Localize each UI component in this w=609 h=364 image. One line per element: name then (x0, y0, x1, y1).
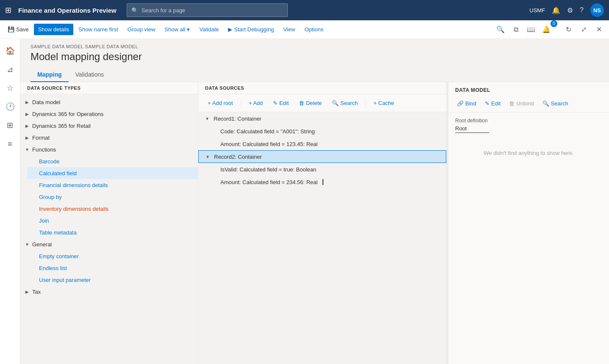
empty-message: We didn't find anything to show here. (455, 150, 602, 156)
popout-button[interactable]: ⤢ (577, 23, 590, 36)
search-icon: 🔍 (131, 7, 138, 14)
view-button[interactable]: View (279, 24, 299, 35)
cursor (320, 179, 323, 185)
book-icon-button[interactable]: 📖 (524, 23, 538, 36)
notif-badge: 0 (551, 20, 557, 27)
org-label: USMF (529, 7, 545, 14)
unbind-icon: 🗑 (509, 100, 514, 107)
side-nav-filter[interactable]: ⊿ (2, 61, 19, 78)
side-nav-favorites[interactable]: ☆ (2, 80, 19, 97)
label-join: Join (39, 218, 49, 224)
dm-edit-button[interactable]: ✎ Edit (481, 98, 504, 109)
edit-button[interactable]: ✎ Edit (269, 98, 293, 108)
dm-body: Root definition Root We didn't find anyt… (448, 113, 609, 364)
ds-item-isvalid[interactable]: IsValid: Calculated field = true: Boolea… (198, 163, 446, 176)
label-d365-ops: Dynamics 365 for Operations (32, 111, 103, 117)
options-button[interactable]: Options (300, 24, 328, 35)
show-all-button[interactable]: Show all ▾ (160, 24, 194, 35)
tree-item-data-model[interactable]: ▶ Data model (20, 96, 198, 108)
show-name-first-button[interactable]: Show name first (74, 24, 122, 35)
arrow-record2: ▼ (206, 154, 212, 159)
side-nav-home[interactable]: 🏠 (2, 42, 19, 59)
cache-button[interactable]: + Cache (369, 98, 398, 108)
label-format: Format (32, 135, 50, 141)
global-search-bar[interactable]: 🔍 (127, 3, 288, 17)
left-panel: DATA SOURCE TYPES ▶ Data model ▶ Dynamic… (20, 82, 198, 364)
ds-item-record1[interactable]: ▼ Record1: Container (198, 112, 446, 125)
unbind-button[interactable]: 🗑 Unbind (506, 98, 537, 109)
side-nav-history[interactable]: 🕐 (2, 98, 19, 115)
tab-mapping[interactable]: Mapping (31, 68, 69, 82)
side-nav: 🏠 ⊿ ☆ 🕐 ⊞ ≡ (0, 39, 20, 364)
global-search-input[interactable] (142, 7, 283, 14)
bell-icon[interactable]: 🔔 (552, 6, 560, 14)
side-nav-workspace[interactable]: ⊞ (2, 117, 19, 134)
puzzle-icon-button[interactable]: ⧉ (509, 23, 523, 36)
tree-item-group-by[interactable]: Group by (27, 191, 198, 203)
arrow-tax: ▶ (24, 290, 31, 294)
dm-search-button[interactable]: 🔍 Search (539, 98, 572, 109)
tree-item-d365-ops[interactable]: ▶ Dynamics 365 for Operations (20, 108, 198, 120)
tree-item-functions[interactable]: ▼ Functions (20, 143, 198, 155)
save-button[interactable]: 💾 Save (3, 24, 33, 35)
page-title: Model mapping designer (20, 49, 609, 68)
panels: DATA SOURCE TYPES ▶ Data model ▶ Dynamic… (20, 82, 609, 364)
ds-item-code[interactable]: Code: Calculated field = "A001": String (198, 125, 446, 138)
ds-label-record1: Record1: Container (214, 116, 261, 122)
ds-item-amount1[interactable]: Amount: Calculated field = 123.45: Real (198, 138, 446, 150)
ds-item-record2[interactable]: ▼ Record2: Container (198, 150, 446, 163)
tree-item-table-meta[interactable]: Table metadata (27, 226, 198, 238)
group-view-button[interactable]: Group view (123, 24, 160, 35)
bind-button[interactable]: 🔗 Bind (453, 98, 480, 109)
add-root-button[interactable]: + Add root (203, 98, 237, 108)
close-button[interactable]: ✕ (592, 23, 606, 36)
arrow-d365-ops: ▶ (24, 112, 31, 116)
grid-icon[interactable]: ⊞ (5, 6, 11, 15)
tree-item-general[interactable]: ▼ General (20, 238, 198, 250)
label-table-meta: Table metadata (39, 229, 77, 236)
add-button[interactable]: + Add (245, 98, 267, 108)
dm-toolbar: 🔗 Bind ✎ Edit 🗑 Unbind 🔍 Search (448, 97, 609, 113)
tree-item-format[interactable]: ▶ Format (20, 132, 198, 143)
start-debugging-button[interactable]: ▶ Start Debugging (224, 24, 278, 35)
tree-item-d365-retail[interactable]: ▶ Dynamics 365 for Retail (20, 120, 198, 132)
label-general: General (32, 241, 52, 248)
avatar[interactable]: NS (590, 3, 604, 17)
tree-item-tax[interactable]: ▶ Tax (20, 286, 198, 298)
ds-item-amount2[interactable]: Amount: Calculated field = 234.56: Real (198, 176, 446, 188)
dm-panel-header: DATA MODEL (448, 82, 609, 97)
ds-search-button[interactable]: 🔍 Search (328, 98, 362, 108)
refresh-button[interactable]: ↻ (562, 23, 575, 36)
tree-item-inv-dim[interactable]: Inventory dimensions details (27, 203, 198, 215)
label-endless-list: Endless list (39, 265, 67, 271)
show-details-button[interactable]: Show details (34, 24, 74, 35)
tab-validations[interactable]: Validations (69, 68, 111, 82)
tree-item-user-input[interactable]: User input parameter (27, 274, 198, 286)
delete-button[interactable]: 🗑 Delete (295, 98, 326, 108)
toolbar-search-button[interactable]: 🔍 (494, 23, 507, 36)
app-title: Finance and Operations Preview (18, 7, 117, 14)
toolbar: 💾 Save Show details Show name first Grou… (0, 20, 609, 39)
label-user-input: User input parameter (39, 277, 91, 283)
tree-item-empty-container[interactable]: Empty container (27, 250, 198, 262)
tree-item-endless-list[interactable]: Endless list (27, 262, 198, 274)
tree-item-financial-dim[interactable]: Financial dimensions details (27, 179, 198, 191)
arrow-record1: ▼ (205, 116, 212, 121)
label-inv-dim: Inventory dimensions details (39, 206, 108, 212)
ds-label-record2: Record2: Container (214, 154, 262, 160)
help-icon[interactable]: ? (580, 6, 584, 14)
gear-icon[interactable]: ⚙ (567, 6, 573, 14)
validate-button[interactable]: Validate (195, 24, 223, 35)
tree-item-join[interactable]: Join (27, 215, 198, 226)
tree-item-barcode[interactable]: Barcode (27, 155, 198, 167)
right-panel: DATA MODEL 🔗 Bind ✎ Edit 🗑 Unbind (448, 82, 609, 364)
ds-tree: ▼ Record1: Container Code: Calculated fi… (198, 112, 446, 364)
dst-panel-header: DATA SOURCE TYPES (20, 82, 198, 94)
edit-icon: ✎ (485, 100, 489, 107)
dm-search-icon: 🔍 (542, 100, 549, 107)
tree-item-calculated-field[interactable]: Calculated field (27, 167, 198, 179)
label-d365-retail: Dynamics 365 for Retail (32, 123, 91, 129)
ds-toolbar: + Add root + Add ✎ Edit 🗑 Delete 🔍 Searc… (198, 94, 446, 112)
label-empty-container: Empty container (39, 253, 79, 259)
side-nav-list[interactable]: ≡ (2, 135, 19, 152)
